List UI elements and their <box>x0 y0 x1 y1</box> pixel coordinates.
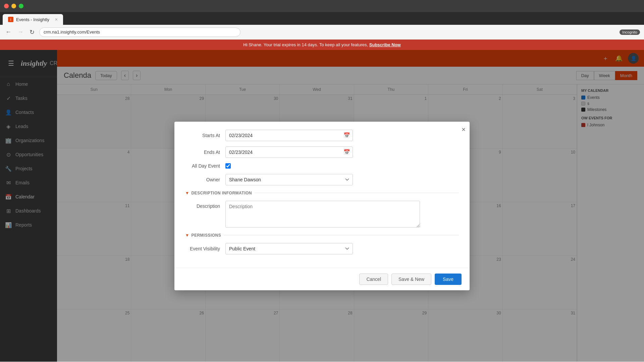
all-day-event-row: All Day Event <box>185 163 459 169</box>
description-divider-line <box>255 193 459 193</box>
starts-at-input-wrapper: 📅 <box>225 130 353 141</box>
description-chevron-icon[interactable]: ▼ <box>185 191 189 195</box>
browser-address-bar: ← → ↻ crm.na1.insightly.com/Events Incog… <box>0 25 644 40</box>
description-textarea[interactable] <box>225 201 420 228</box>
ends-at-row: Ends At 📅 <box>185 146 459 158</box>
description-label: Description <box>185 201 225 209</box>
tab-title: Events - Insightly <box>16 17 49 22</box>
visibility-row: Event Visibility Public Event Private Ev… <box>185 243 459 254</box>
subscribe-link[interactable]: Subscribe Now <box>369 42 401 47</box>
browser-min-btn[interactable] <box>11 4 16 8</box>
app-container: ☰ insightly CRM ⌂ Home ✓ Tasks 👤 Contact… <box>0 50 644 362</box>
ends-at-calendar-icon[interactable]: 📅 <box>343 149 350 155</box>
visibility-select[interactable]: Public Event Private Event <box>225 243 353 254</box>
event-modal: × Starts At 📅 Ends At 📅 <box>174 122 470 290</box>
visibility-label: Event Visibility <box>185 246 225 251</box>
browser-tab-bar: i Events - Insightly × <box>0 12 644 25</box>
address-bar[interactable]: crm.na1.insightly.com/Events <box>39 27 240 37</box>
all-day-event-checkbox[interactable] <box>225 163 231 169</box>
active-tab[interactable]: i Events - Insightly × <box>3 14 63 25</box>
notification-message: Hi Shane. Your trial expires in 14 days.… <box>243 42 368 47</box>
modal-body: Starts At 📅 Ends At 📅 All Da <box>174 122 470 268</box>
cancel-button[interactable]: Cancel <box>359 274 388 285</box>
modal-close-button[interactable]: × <box>462 126 466 133</box>
owner-label: Owner <box>185 177 225 182</box>
permissions-section-title: ▼ PERMISSIONS <box>185 233 221 238</box>
trial-notification-bar: Hi Shane. Your trial expires in 14 days.… <box>0 40 644 50</box>
save-button[interactable]: Save <box>435 274 462 285</box>
starts-at-calendar-icon[interactable]: 📅 <box>343 132 350 138</box>
browser-max-btn[interactable] <box>19 4 23 8</box>
ends-at-input-wrapper: 📅 <box>225 146 353 158</box>
starts-at-label: Starts At <box>185 133 225 138</box>
ends-at-label: Ends At <box>185 149 225 155</box>
permissions-section-divider: ▼ PERMISSIONS <box>185 233 459 238</box>
description-row: Description <box>185 201 459 228</box>
nav-forward-btn[interactable]: → <box>16 27 25 37</box>
owner-select[interactable]: Shane Dawson <box>225 174 353 185</box>
save-new-button[interactable]: Save & New <box>391 274 431 285</box>
tab-favicon: i <box>8 17 13 22</box>
modal-footer: Cancel Save & New Save <box>174 268 470 290</box>
starts-at-row: Starts At 📅 <box>185 130 459 141</box>
permissions-chevron-icon[interactable]: ▼ <box>185 233 189 238</box>
nav-back-btn[interactable]: ← <box>4 27 13 37</box>
tab-close-btn[interactable]: × <box>55 17 58 22</box>
browser-chrome <box>0 0 644 12</box>
description-section-divider: ▼ DESCRIPTION INFORMATION <box>185 191 459 195</box>
all-day-event-label: All Day Event <box>185 163 225 169</box>
permissions-divider-line <box>224 235 459 235</box>
url-text: crm.na1.insightly.com/Events <box>44 29 100 35</box>
modal-backdrop[interactable]: × Starts At 📅 Ends At 📅 <box>0 50 644 362</box>
incognito-badge: Incognito <box>620 29 640 35</box>
starts-at-input[interactable] <box>225 130 353 141</box>
ends-at-input[interactable] <box>225 146 353 158</box>
owner-row: Owner Shane Dawson <box>185 174 459 185</box>
browser-close-btn[interactable] <box>4 4 9 8</box>
nav-refresh-btn[interactable]: ↻ <box>28 27 36 37</box>
description-section-title: ▼ DESCRIPTION INFORMATION <box>185 191 252 195</box>
